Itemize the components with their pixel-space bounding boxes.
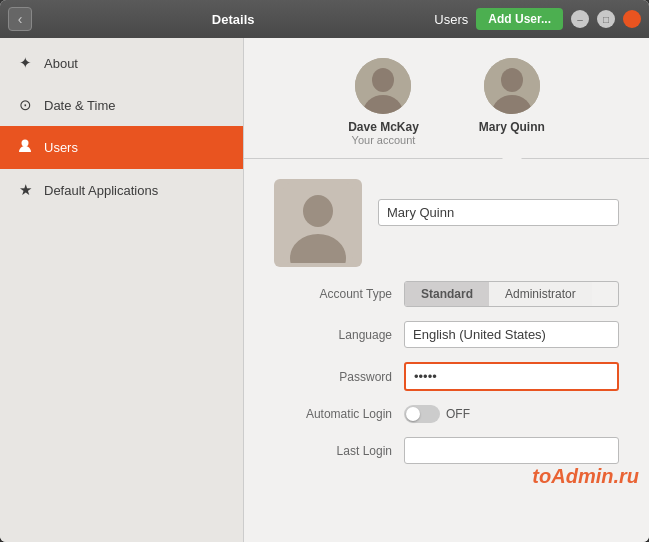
language-input[interactable]	[404, 321, 619, 348]
users-header-label: Users	[434, 12, 468, 27]
users-icon	[16, 138, 34, 157]
username-input[interactable]	[378, 199, 619, 226]
window-title: Details	[40, 12, 426, 27]
account-type-toggle: Standard Administrator	[404, 281, 619, 307]
dave-name: Dave McKay	[348, 120, 419, 134]
language-label: Language	[274, 328, 404, 342]
selected-user-large-avatar[interactable]	[274, 179, 362, 267]
mary-name: Mary Quinn	[479, 120, 545, 134]
sidebar-item-users[interactable]: Users	[0, 126, 243, 169]
sidebar-item-default-apps-label: Default Applications	[44, 183, 158, 198]
add-user-button[interactable]: Add User...	[476, 8, 563, 30]
toggle-track[interactable]	[404, 405, 440, 423]
maximize-button[interactable]: □	[597, 10, 615, 28]
administrator-account-button[interactable]: Administrator	[489, 282, 592, 306]
standard-account-button[interactable]: Standard	[405, 282, 489, 306]
auto-login-toggle[interactable]: OFF	[404, 405, 619, 423]
sidebar-item-about[interactable]: ✦ About	[0, 42, 243, 84]
sidebar-item-datetime-label: Date & Time	[44, 98, 116, 113]
password-row: Password	[274, 362, 619, 391]
sidebar-item-default-apps[interactable]: ★ Default Applications	[0, 169, 243, 211]
auto-login-toggle-wrapper: OFF	[404, 405, 619, 423]
account-type-row: Account Type Standard Administrator	[274, 281, 619, 307]
header-actions: Users Add User... – □	[434, 8, 641, 30]
sidebar-item-users-label: Users	[44, 140, 78, 155]
close-button[interactable]	[623, 10, 641, 28]
default-apps-icon: ★	[16, 181, 34, 199]
svg-point-8	[303, 195, 333, 227]
content-area: Dave McKay Your account Mary Quinn	[244, 38, 649, 542]
titlebar: ‹ Details Users Add User... – □	[0, 0, 649, 38]
main-content: ✦ About ⊙ Date & Time Users ★ Default Ap…	[0, 38, 649, 542]
user-card-mary[interactable]: Mary Quinn	[479, 58, 545, 158]
sidebar-item-about-label: About	[44, 56, 78, 71]
last-login-row: Last Login	[274, 437, 619, 464]
svg-point-0	[22, 140, 29, 147]
user-detail-panel: Account Type Standard Administrator Lang…	[244, 159, 649, 498]
last-login-input[interactable]	[404, 437, 619, 464]
avatar-name-row	[274, 179, 619, 267]
password-label: Password	[274, 370, 404, 384]
account-type-label: Account Type	[274, 287, 404, 301]
svg-point-5	[501, 68, 523, 92]
toggle-thumb	[406, 407, 420, 421]
last-login-value-wrapper	[404, 437, 619, 464]
auto-login-row: Automatic Login OFF	[274, 405, 619, 423]
user-card-dave[interactable]: Dave McKay Your account	[348, 58, 419, 158]
mary-avatar	[484, 58, 540, 114]
sidebar: ✦ About ⊙ Date & Time Users ★ Default Ap…	[0, 38, 244, 542]
user-selector: Dave McKay Your account Mary Quinn	[244, 38, 649, 159]
back-button[interactable]: ‹	[8, 7, 32, 31]
dave-avatar	[355, 58, 411, 114]
password-value-wrapper	[404, 362, 619, 391]
account-type-buttons: Standard Administrator	[404, 281, 619, 307]
sidebar-item-datetime[interactable]: ⊙ Date & Time	[0, 84, 243, 126]
minimize-button[interactable]: –	[571, 10, 589, 28]
auto-login-label: Automatic Login	[274, 407, 404, 421]
language-row: Language	[274, 321, 619, 348]
svg-point-2	[372, 68, 394, 92]
language-value-wrapper	[404, 321, 619, 348]
about-icon: ✦	[16, 54, 34, 72]
name-field-wrapper	[378, 199, 619, 226]
dave-subtitle: Your account	[352, 134, 416, 146]
datetime-icon: ⊙	[16, 96, 34, 114]
auto-login-state: OFF	[446, 407, 470, 421]
password-input[interactable]	[404, 362, 619, 391]
last-login-label: Last Login	[274, 444, 404, 458]
